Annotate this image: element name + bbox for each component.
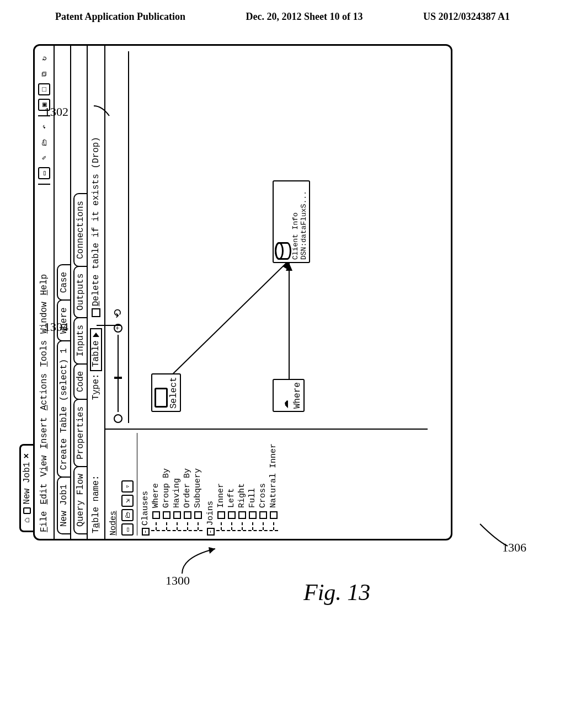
header-right: US 2012/0324387 A1 [423, 11, 510, 23]
tree-item-groupby[interactable]: Group By [162, 433, 171, 530]
flow-diagram: Select ☁ Where Client Info DSN:dataFluxS… [135, 51, 355, 423]
secondary-tabs: Query Flow Properties Code Inputs Output… [71, 46, 88, 539]
toolbar-icon-2[interactable]: ✎ [38, 152, 50, 164]
menu-insert[interactable]: Insert [39, 417, 49, 449]
node-select[interactable]: Select [151, 373, 181, 412]
undo-icon[interactable]: ⟲ [111, 309, 125, 318]
node-icon [152, 511, 160, 519]
tree-item-inner[interactable]: Inner [216, 433, 226, 530]
type-value: Table [91, 340, 101, 367]
tab-connections[interactable]: Connections [73, 193, 87, 267]
callout-1304: 1304 [44, 320, 116, 334]
node-label: Select [169, 377, 179, 409]
toolbar-icon-6[interactable]: □ [38, 83, 50, 95]
node-icon [173, 511, 181, 519]
panel-icon-2[interactable]: 🗁 [121, 509, 134, 521]
tree-item-where[interactable]: Where [151, 433, 161, 530]
svg-marker-3 [286, 263, 292, 271]
tab-query-flow[interactable]: Query Flow [73, 466, 87, 534]
tree-item-right[interactable]: Right [237, 433, 247, 530]
node-icon [228, 511, 236, 519]
tree-item-left[interactable]: Left [227, 433, 236, 530]
tree-clauses[interactable]: - Clauses [141, 433, 150, 536]
tree-item-having[interactable]: Having [172, 433, 182, 530]
toolbar-icon-4[interactable]: ↶ [38, 121, 50, 133]
callout-1306: 1306 [502, 540, 526, 555]
home-icon[interactable]: ⌂ [22, 517, 32, 523]
collapse-icon[interactable]: - [142, 528, 150, 536]
svg-marker-5 [209, 547, 215, 554]
primary-tabs: New Job1 Create Table (select) 1 Where C… [55, 46, 71, 539]
svg-line-0 [168, 260, 289, 379]
window-tab[interactable]: ⌂ New Job1 × [19, 444, 33, 532]
tab-create-table[interactable]: Create Table (select) 1 [57, 340, 70, 478]
properties-bar: Table name: Type: Table Delete table if … [88, 46, 105, 539]
node-icon [259, 511, 267, 519]
toolbar: ▭ ✎ 🗁 ↶ ▣ □ ⧉ ↻ [38, 52, 50, 186]
toolbar-icon-7[interactable]: ⧉ [38, 68, 50, 80]
refresh-icon[interactable]: ↻ [38, 52, 50, 65]
tree-item-subquery[interactable]: Subquery [193, 433, 202, 530]
menu-edit[interactable]: Edit [39, 483, 49, 504]
node-icon [194, 511, 202, 519]
panel-icon-3[interactable]: ⇲ [121, 495, 134, 507]
tab-outputs[interactable]: Outputs [73, 266, 87, 318]
joins-label: Joins [206, 501, 215, 526]
callout-1302: 1302 [44, 99, 105, 119]
nodes-title: Nodes [109, 433, 118, 536]
collapse-icon[interactable]: - [207, 528, 215, 536]
nodes-panel: Nodes ▭ 🗁 ⇲ ▿ - Clauses Where Group By [105, 429, 428, 539]
tab-code[interactable]: Code [73, 363, 87, 400]
node-icon [270, 511, 278, 519]
node-icon [238, 511, 246, 519]
toolbar-icon-3[interactable]: 🗁 [38, 136, 50, 148]
tab-case[interactable]: Case [57, 264, 70, 301]
table-icon [154, 388, 168, 408]
slider-thumb[interactable] [114, 377, 122, 379]
node-client-info[interactable]: Client Info DSN:dataFluxS... [273, 180, 310, 263]
tab-new-job[interactable]: New Job1 [57, 477, 70, 534]
page-header: Patent Application Publication Dec. 20, … [0, 0, 565, 34]
node-icon [163, 511, 170, 519]
canvas-toolbar: + ⟲ [111, 51, 129, 423]
zoom-out-icon[interactable] [114, 414, 122, 423]
node-icon [184, 511, 191, 519]
callout-1300: 1300 [166, 574, 190, 588]
table-name-label: Table name: [91, 475, 101, 533]
menu-view[interactable]: View [39, 456, 49, 477]
tree-item-full[interactable]: Full [248, 433, 257, 530]
menu-actions[interactable]: Actions [39, 373, 49, 410]
type-field: Type: Table [90, 328, 102, 400]
panel-icon-1[interactable]: ▭ [121, 523, 134, 536]
tree-item-cross[interactable]: Cross [258, 433, 268, 530]
menu-tools[interactable]: Tools [39, 340, 49, 367]
close-icon[interactable]: × [22, 453, 32, 459]
tree-item-natural-inner[interactable]: Natural Inner [269, 433, 278, 530]
node-where[interactable]: ☁ Where [273, 379, 305, 412]
query-canvas[interactable]: + ⟲ Select ☁ [105, 46, 428, 429]
nodes-toolbar: ▭ 🗁 ⇲ ▿ [120, 433, 137, 536]
menu-file[interactable]: File [39, 511, 49, 532]
type-combo[interactable]: Table [90, 328, 102, 371]
window-tab-title: New Job1 [22, 462, 32, 505]
separator [38, 184, 50, 185]
checkbox-icon[interactable] [92, 308, 100, 317]
delete-checkbox-field[interactable]: Delete table if it exists (Drop) [91, 137, 101, 317]
header-left: Patent Application Publication [55, 11, 185, 23]
tree-joins[interactable]: - Joins [206, 433, 215, 536]
node-icon [217, 511, 225, 519]
tab-properties[interactable]: Properties [73, 399, 87, 467]
slider-track[interactable] [118, 335, 119, 412]
filter-icon: ☁ [275, 382, 292, 409]
tree-item-orderby[interactable]: Order By [183, 433, 192, 530]
connections [135, 51, 355, 423]
panel-icon-4[interactable]: ▿ [121, 480, 134, 493]
node-label: Where [292, 382, 302, 409]
header-center: Dec. 20, 2012 Sheet 10 of 13 [246, 11, 363, 23]
toolbar-icon-1[interactable]: ▭ [38, 167, 50, 179]
node-label: Client Info DSN:dataFluxS... [291, 184, 308, 260]
zoom-slider[interactable]: + [114, 324, 122, 423]
menu-help[interactable]: Help [39, 274, 49, 295]
database-icon [275, 242, 291, 260]
delete-label: Delete table if it exists (Drop) [91, 137, 101, 306]
